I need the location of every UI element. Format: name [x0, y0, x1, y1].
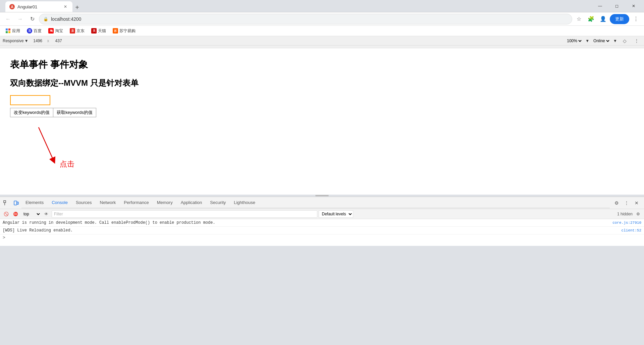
console-context-select[interactable]: top	[21, 211, 41, 217]
hidden-messages-badge: 1 hidden	[617, 212, 633, 216]
devtools-more-button[interactable]: ⋮	[622, 198, 631, 208]
bookmark-baidu[interactable]: 百 百度	[24, 27, 44, 35]
tab-network[interactable]: Network	[96, 198, 120, 208]
minimize-button[interactable]: —	[592, 0, 608, 12]
device-mode-select[interactable]: Responsive ▼	[3, 39, 29, 43]
network-throttle-select[interactable]: Online	[592, 38, 610, 44]
svg-rect-2	[6, 31, 8, 33]
inspect-element-button[interactable]	[1, 198, 11, 208]
tab-close-button[interactable]: ✕	[62, 4, 68, 10]
bookmark-suning-label: 苏宁易购	[119, 28, 136, 34]
rotate-icon[interactable]: ◇	[620, 36, 629, 46]
address-input[interactable]: localhost:4200	[51, 16, 568, 22]
arrow-annotation	[10, 124, 77, 178]
block-toggle-button[interactable]: ⛔	[11, 210, 19, 218]
bookmark-apps[interactable]: 应用	[3, 27, 23, 35]
viewport-height-input[interactable]	[52, 39, 65, 43]
browser-chrome: A Angular01 ✕ + — ◻ ✕ ← → ↻ 🔒 localhost:…	[0, 0, 644, 246]
dimension-separator: x	[47, 39, 49, 43]
tab-application[interactable]: Application	[177, 198, 206, 208]
console-messages: Angular is running in development mode. …	[0, 219, 644, 246]
refresh-button[interactable]: ↻	[27, 14, 38, 24]
keywords-input[interactable]	[10, 95, 50, 105]
console-input[interactable]	[7, 235, 641, 240]
device-toolbar-button[interactable]	[11, 198, 21, 208]
new-tab-button[interactable]: +	[72, 3, 82, 12]
bookmark-apps-label: 应用	[12, 28, 20, 34]
page-title-2: 双向数据绑定--MVVM 只是针对表单	[10, 78, 634, 88]
zoom-select[interactable]: 100%	[566, 38, 583, 44]
forward-button[interactable]: →	[15, 14, 25, 24]
annotation-label: 点击	[60, 159, 74, 169]
devtools-settings-button[interactable]: ⚙	[612, 198, 621, 208]
bookmarks-bar: 应用 百 百度 淘 淘宝 京 京东 天 天猫	[0, 25, 644, 36]
window-controls: — ◻ ✕	[592, 0, 641, 12]
viewport-width-input[interactable]	[31, 39, 45, 43]
page-title-1: 表单事件 事件对象	[10, 58, 634, 71]
svg-rect-3	[8, 31, 10, 33]
drag-ruler	[0, 46, 644, 48]
jd-icon: 京	[70, 28, 75, 33]
tab-performance[interactable]: Performance	[120, 198, 153, 208]
tab-favicon: A	[9, 4, 15, 9]
console-settings-button[interactable]: ⚙	[634, 210, 642, 218]
console-message-source-0[interactable]: core.js:27910	[612, 220, 641, 226]
tab-title: Angular01	[17, 4, 60, 9]
responsive-toolbar: Responsive ▼ x 100% ▼ Online ▼ ◇ ⋮	[0, 36, 644, 46]
back-button[interactable]: ←	[3, 14, 13, 24]
device-toolbar-icon	[13, 200, 19, 206]
active-tab[interactable]: A Angular01 ✕	[5, 1, 72, 12]
tab-sources[interactable]: Sources	[72, 198, 96, 208]
console-toolbar: 🚫 ⛔ top 👁 Default levels 1 hidden ⚙	[0, 209, 644, 219]
bookmark-tmall[interactable]: 天 天猫	[89, 27, 109, 35]
console-message-source-1[interactable]: client:52	[622, 227, 641, 233]
get-keywords-button[interactable]: 获取keywords的值	[53, 108, 96, 117]
clear-console-button[interactable]: 🚫	[2, 210, 10, 218]
console-level-select[interactable]: Default levels	[319, 210, 353, 218]
bookmark-jd[interactable]: 京 京东	[67, 27, 87, 35]
close-window-button[interactable]: ✕	[626, 0, 641, 12]
svg-rect-7	[14, 201, 17, 205]
console-filter-input[interactable]	[52, 210, 317, 218]
baidu-icon: 百	[27, 28, 32, 33]
profile-button[interactable]: 👤	[598, 14, 608, 24]
devtools-tab-actions: ⚙ ⋮ ✕	[610, 198, 643, 208]
navigation-bar: ← → ↻ 🔒 localhost:4200 ☆ 🧩 👤 更新 ⋮	[0, 12, 644, 25]
address-bar[interactable]: 🔒 localhost:4200	[39, 14, 572, 24]
svg-rect-5	[4, 201, 6, 203]
devtools-top-bar: Elements Console Sources Network Perform…	[0, 197, 644, 209]
tab-console[interactable]: Console	[48, 198, 72, 208]
apps-icon	[5, 28, 11, 33]
svg-rect-1	[8, 28, 10, 30]
responsive-more-button[interactable]: ⋮	[632, 36, 641, 46]
annotation-area: 点击	[10, 124, 634, 184]
tab-lighthouse[interactable]: Lighthouse	[230, 198, 259, 208]
nav-actions: ☆ 🧩 👤 更新 ⋮	[574, 14, 641, 24]
menu-button[interactable]: ⋮	[631, 14, 641, 24]
lock-icon: 🔒	[43, 17, 48, 21]
bookmark-taobao-label: 淘宝	[55, 28, 63, 34]
console-message-text-0: Angular is running in development mode. …	[3, 220, 610, 226]
star-button[interactable]: ☆	[574, 14, 584, 24]
bookmark-taobao[interactable]: 淘 淘宝	[46, 27, 66, 35]
page-content: 表单事件 事件对象 双向数据绑定--MVVM 只是针对表单 改变keywords…	[7, 55, 637, 188]
bookmark-suning[interactable]: 苏 苏宁易购	[110, 27, 138, 35]
devtools-tabs: Elements Console Sources Network Perform…	[21, 198, 610, 208]
extensions-button[interactable]: 🧩	[586, 14, 596, 24]
bookmark-tmall-label: 天猫	[98, 28, 106, 34]
inspect-icon	[3, 200, 9, 206]
tab-security[interactable]: Security	[206, 198, 230, 208]
console-prompt[interactable]: >	[0, 234, 644, 241]
svg-rect-8	[17, 202, 18, 204]
devtools-panel: Elements Console Sources Network Perform…	[0, 197, 644, 246]
main-viewport: 表单事件 事件对象 双向数据绑定--MVVM 只是针对表单 改变keywords…	[0, 48, 644, 195]
update-button[interactable]: 更新	[610, 14, 629, 24]
eye-button[interactable]: 👁	[42, 210, 50, 218]
maximize-button[interactable]: ◻	[609, 0, 625, 12]
prompt-icon: >	[3, 235, 5, 240]
tab-memory[interactable]: Memory	[153, 198, 177, 208]
tab-elements[interactable]: Elements	[21, 198, 48, 208]
change-keywords-button[interactable]: 改变keywords的值	[10, 108, 53, 117]
svg-rect-0	[6, 28, 8, 30]
devtools-close-button[interactable]: ✕	[632, 198, 641, 208]
